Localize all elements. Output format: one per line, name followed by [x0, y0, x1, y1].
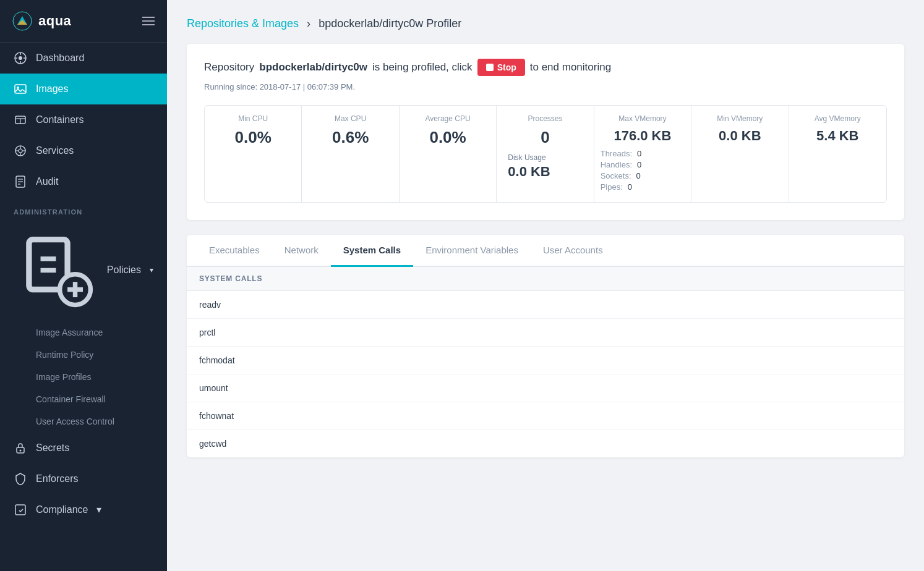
containers-icon	[14, 113, 27, 127]
main-content: Repositories & Images › bpdockerlab/dirt…	[167, 0, 924, 571]
sidebar-item-secrets-label: Secrets	[36, 442, 69, 454]
app-name: aqua	[38, 13, 71, 29]
sidebar-item-containers[interactable]: Containers	[0, 104, 167, 135]
hamburger-menu[interactable]	[142, 17, 155, 25]
svg-point-15	[19, 149, 22, 153]
services-icon	[14, 144, 27, 158]
stat-avg-cpu: Average CPU 0.0%	[400, 106, 497, 202]
syscall-row-0: readv	[187, 291, 904, 319]
sidebar: aqua Dashboard Images	[0, 0, 167, 571]
compliance-icon	[14, 503, 27, 517]
syscall-row-1: prctl	[187, 319, 904, 347]
svg-point-31	[20, 449, 22, 451]
dashboard-icon	[14, 51, 27, 65]
breadcrumb: Repositories & Images › bpdockerlab/dirt…	[187, 17, 904, 30]
tabs-container: Executables Network System Calls Environ…	[187, 235, 904, 457]
tab-user-accounts[interactable]: User Accounts	[531, 235, 615, 267]
threads-row: Threads: 0	[601, 149, 685, 158]
stat-avg-vmem: Avg VMemory 5.4 KB	[789, 106, 886, 202]
policies-icon	[14, 228, 98, 313]
compliance-caret-icon: ▾	[96, 504, 101, 515]
sidebar-item-compliance-label: Compliance	[36, 504, 88, 515]
sidebar-item-audit[interactable]: Audit	[0, 166, 167, 197]
profiler-message: Repository bpdockerlab/dirtyc0w is being…	[204, 59, 887, 76]
breadcrumb-current: bpdockerlab/dirtyc0w Profiler	[319, 17, 461, 30]
tabs-header: Executables Network System Calls Environ…	[187, 235, 904, 267]
sidebar-item-services-label: Services	[36, 145, 74, 156]
images-icon	[14, 82, 27, 96]
tab-network[interactable]: Network	[272, 235, 331, 267]
running-since: Running since: 2018-07-17 | 06:07:39 PM.	[204, 82, 887, 91]
tab-environment-variables[interactable]: Environment Variables	[413, 235, 531, 267]
profiler-message-prefix: Repository	[204, 61, 254, 74]
sidebar-item-compliance[interactable]: Compliance ▾	[0, 494, 167, 525]
sidebar-item-container-firewall[interactable]: Container Firewall	[0, 388, 167, 410]
syscalls-header: SYSTEM CALLS	[187, 267, 904, 291]
tab-executables[interactable]: Executables	[197, 235, 272, 267]
sockets-row: Sockets: 0	[601, 171, 685, 180]
svg-rect-32	[15, 505, 25, 515]
breadcrumb-link[interactable]: Repositories & Images	[187, 17, 299, 30]
profiler-message-end: to end monitoring	[530, 61, 611, 74]
sidebar-item-services[interactable]: Services	[0, 135, 167, 166]
content-area: Repositories & Images › bpdockerlab/dirt…	[167, 0, 924, 571]
stat-max-cpu: Max CPU 0.6%	[302, 106, 399, 202]
sidebar-item-user-access-control[interactable]: User Access Control	[0, 410, 167, 433]
stat-min-vmem: Min VMemory 0.0 KB	[691, 106, 789, 202]
breadcrumb-separator: ›	[307, 17, 310, 30]
stats-grid: Min CPU 0.0% Max CPU 0.6% Average CPU 0.…	[204, 105, 887, 203]
administration-label: ADMINISTRATION	[0, 197, 167, 219]
audit-icon	[14, 175, 27, 188]
stat-min-cpu: Min CPU 0.0%	[205, 106, 302, 202]
stat-max-vmem: Max VMemory 176.0 KB Threads: 0 Handles:…	[594, 106, 691, 202]
profiler-card: Repository bpdockerlab/dirtyc0w is being…	[187, 44, 904, 220]
sidebar-item-dashboard-label: Dashboard	[36, 53, 84, 64]
profiler-repo-name: bpdockerlab/dirtyc0w	[259, 61, 367, 74]
sidebar-item-image-assurance[interactable]: Image Assurance	[0, 321, 167, 344]
sidebar-header: aqua	[0, 0, 167, 43]
sidebar-item-images-label: Images	[36, 83, 68, 95]
stat-disk-value: 0.0 KB	[503, 164, 587, 180]
profiler-message-suffix: is being profiled, click	[372, 61, 473, 74]
stop-square-icon	[486, 64, 494, 71]
sidebar-item-runtime-policy[interactable]: Runtime Policy	[0, 344, 167, 366]
svg-point-4	[19, 56, 22, 60]
syscall-row-3: umount	[187, 374, 904, 402]
administration-section: ADMINISTRATION Policies ▾ Image Assuranc…	[0, 197, 167, 525]
syscalls-table: SYSTEM CALLS readv prctl fchmodat umount…	[187, 267, 904, 457]
sidebar-item-enforcers[interactable]: Enforcers	[0, 463, 167, 494]
sidebar-item-audit-label: Audit	[36, 176, 58, 187]
syscall-row-2: fchmodat	[187, 347, 904, 374]
syscall-row-4: fchownat	[187, 402, 904, 430]
sidebar-item-enforcers-label: Enforcers	[36, 473, 78, 484]
enforcers-icon	[14, 472, 27, 486]
sidebar-item-images[interactable]: Images	[0, 74, 167, 104]
stat-disk-label: Disk Usage	[503, 153, 587, 162]
tab-system-calls[interactable]: System Calls	[331, 235, 413, 267]
sidebar-item-dashboard[interactable]: Dashboard	[0, 43, 167, 74]
stat-processes: Processes 0 Disk Usage 0.0 KB	[497, 106, 594, 202]
handles-row: Handles: 0	[601, 160, 685, 169]
secrets-icon	[14, 441, 27, 455]
sidebar-item-containers-label: Containers	[36, 114, 83, 125]
syscall-row-5: getcwd	[187, 430, 904, 457]
aqua-logo-icon	[12, 11, 32, 31]
sidebar-policies-label: Policies	[107, 264, 141, 276]
sidebar-item-image-profiles[interactable]: Image Profiles	[0, 366, 167, 388]
main-nav: Dashboard Images Containers	[0, 43, 167, 197]
sidebar-item-secrets[interactable]: Secrets	[0, 433, 167, 463]
policies-caret-icon: ▾	[150, 266, 153, 274]
sidebar-item-policies[interactable]: Policies ▾	[0, 219, 167, 321]
pipes-row: Pipes: 0	[601, 182, 685, 192]
stop-button[interactable]: Stop	[477, 59, 525, 76]
